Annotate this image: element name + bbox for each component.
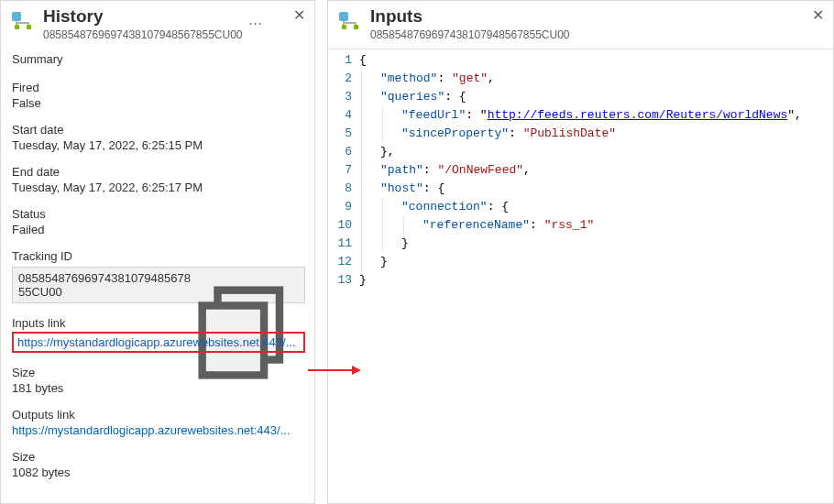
json-editor[interactable]: 12345678910111213 {"method": "get","quer… — [328, 49, 833, 503]
history-header: History 08585487696974381079485678​55CU0… — [1, 1, 314, 49]
inputs-title: Inputs — [370, 6, 570, 27]
svg-rect-2 — [27, 25, 31, 29]
tracking-id-field: 08585487696974381079485678​55CU00 — [12, 267, 305, 303]
copy-icon[interactable] — [191, 279, 299, 291]
inputs-link[interactable]: https://mystandardlogicapp.azurewebsites… — [12, 332, 305, 353]
inputs-size-label: Size — [12, 366, 303, 379]
tracking-id-value: 08585487696974381079485678​55CU00 — [18, 271, 191, 299]
svg-rect-6 — [342, 25, 346, 29]
trigger-icon — [337, 10, 363, 36]
history-id: 08585487696974381079485678​55CU00 — [43, 28, 243, 41]
outputs-link-label: Outputs link — [12, 408, 303, 422]
end-date-label: End date — [12, 165, 303, 179]
summary-heading: Summary — [12, 52, 303, 66]
more-icon[interactable]: … — [248, 12, 264, 28]
line-gutter: 12345678910111213 — [328, 49, 359, 503]
status-label: Status — [12, 207, 303, 221]
code-content[interactable]: {"method": "get","queries": {"feedUrl": … — [359, 49, 833, 503]
status-value: Failed — [12, 223, 303, 236]
history-panel: History 08585487696974381079485678​55CU0… — [0, 0, 315, 504]
close-icon[interactable]: ✕ — [812, 6, 824, 24]
close-icon[interactable]: ✕ — [293, 6, 305, 24]
svg-rect-1 — [15, 25, 19, 29]
inputs-panel: Inputs 08585487696974381079485678​55CU00… — [327, 0, 834, 504]
svg-rect-0 — [12, 12, 21, 21]
outputs-size-label: Size — [12, 450, 303, 464]
fired-label: Fired — [12, 81, 303, 94]
svg-rect-7 — [354, 25, 358, 29]
start-date-value: Tuesday, May 17, 2022, 6:25:15 PM — [12, 138, 303, 152]
fired-value: False — [12, 96, 303, 110]
start-date-label: Start date — [12, 123, 303, 137]
trigger-icon — [10, 10, 36, 36]
svg-rect-5 — [339, 12, 348, 21]
inputs-header: Inputs 08585487696974381079485678​55CU00… — [328, 1, 833, 49]
outputs-link[interactable]: https://mystandardlogicapp.azurewebsites… — [12, 423, 291, 437]
history-title: History — [43, 6, 243, 27]
end-date-value: Tuesday, May 17, 2022, 6:25:17 PM — [12, 181, 303, 194]
inputs-size-value: 181 bytes — [12, 381, 303, 395]
inputs-id: 08585487696974381079485678​55CU00 — [370, 28, 570, 41]
inputs-link-label: Inputs link — [12, 316, 303, 330]
outputs-size-value: 1082 bytes — [12, 466, 303, 479]
tracking-id-label: Tracking ID — [12, 249, 303, 263]
